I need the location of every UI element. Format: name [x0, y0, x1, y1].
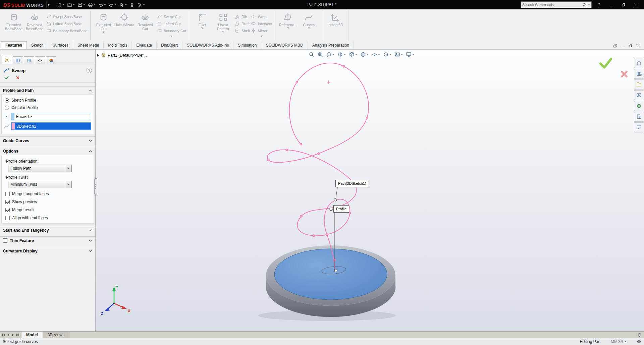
- reference-geometry-button[interactable]: Referenc...: [278, 11, 299, 29]
- tab-analysis-preparation[interactable]: Analysis Preparation: [308, 41, 354, 49]
- tab-sketch[interactable]: Sketch: [27, 41, 48, 49]
- menu-expand-arrow[interactable]: [46, 1, 51, 8]
- reference-geometry-caret-icon[interactable]: [287, 27, 289, 29]
- doc-close-icon[interactable]: [636, 44, 641, 48]
- thin-feature-checkbox[interactable]: [3, 238, 7, 243]
- confirmation-cancel-button[interactable]: [620, 70, 629, 78]
- doc-minimize-icon[interactable]: [621, 44, 625, 48]
- publish-eDrawings-icon[interactable]: [635, 332, 644, 338]
- rebuild-button[interactable]: [128, 2, 136, 8]
- appearances-scenes-button[interactable]: [634, 101, 644, 111]
- options-button[interactable]: [136, 2, 146, 8]
- feature-tree-flyout[interactable]: Part1 (Default<<Def...: [97, 53, 147, 58]
- first-tab-button[interactable]: [1, 332, 6, 338]
- minimize-button[interactable]: [606, 1, 615, 8]
- dropdown-button[interactable]: [66, 181, 71, 188]
- ok-button[interactable]: [4, 75, 9, 80]
- edit-appearance-button[interactable]: [382, 51, 392, 58]
- lofted-cut-button[interactable]: Lofted Cut: [157, 21, 186, 26]
- tab-dimxpert-manager[interactable]: [46, 56, 56, 64]
- revolved-cut-button[interactable]: Revolved Cut: [135, 11, 156, 31]
- design-library-button[interactable]: [634, 69, 644, 79]
- forum-button[interactable]: [634, 122, 644, 132]
- save-button[interactable]: [76, 2, 86, 8]
- extruded-boss-base-button[interactable]: Extruded Boss/Base: [3, 11, 24, 31]
- unit-system-selector[interactable]: MMGS: [611, 339, 627, 344]
- hole-wizard-button[interactable]: Hole Wizard: [114, 11, 135, 27]
- graphics-scene[interactable]: Y X Z: [96, 50, 644, 331]
- confirmation-ok-button[interactable]: [599, 57, 613, 69]
- pattern-column-caret-icon[interactable]: [261, 36, 263, 37]
- tab-configuration-manager[interactable]: [35, 56, 45, 64]
- dropdown-button[interactable]: [66, 165, 71, 172]
- mirror-button[interactable]: Mirror: [251, 28, 272, 33]
- tab-feature-manager[interactable]: [13, 56, 23, 64]
- panel-splitter[interactable]: [94, 178, 97, 194]
- float-window-icon[interactable]: [613, 44, 618, 48]
- section-curvature-display[interactable]: Curvature Display: [0, 247, 95, 255]
- next-tab-button[interactable]: [11, 332, 15, 338]
- open-button[interactable]: [66, 2, 76, 8]
- tab-property-manager[interactable]: [2, 56, 12, 64]
- search-icon[interactable]: [582, 3, 587, 7]
- radio-sketch-profile[interactable]: Sketch Profile: [5, 98, 91, 103]
- shell-button[interactable]: Shell: [235, 28, 250, 33]
- help-button[interactable]: ?: [596, 2, 602, 7]
- fillet-caret-icon[interactable]: [201, 27, 203, 29]
- zoom-to-fit-button[interactable]: [308, 51, 315, 58]
- select-button[interactable]: [118, 2, 128, 8]
- redo-button[interactable]: [108, 2, 117, 8]
- undo-button[interactable]: [97, 2, 107, 8]
- tab-surfaces[interactable]: Surfaces: [48, 41, 73, 49]
- checkbox-show-preview[interactable]: Show preview: [5, 199, 91, 204]
- cut-column-caret-icon[interactable]: [170, 36, 172, 37]
- instant3d-button[interactable]: Instant3D: [325, 11, 346, 27]
- swept-cut-button[interactable]: Swept Cut: [157, 14, 186, 19]
- close-button[interactable]: [632, 1, 641, 8]
- display-style-button[interactable]: [359, 51, 370, 58]
- profile-twist-dropdown[interactable]: Minimum Twist: [8, 181, 72, 188]
- fillet-button[interactable]: Fillet: [192, 11, 213, 29]
- tab-3d-views[interactable]: 3D Views: [43, 332, 69, 338]
- part-tree-label[interactable]: Part1 (Default<<Def...: [108, 53, 147, 58]
- view-orientation-button[interactable]: [348, 51, 358, 58]
- doc-restore-icon[interactable]: [629, 44, 633, 48]
- previous-tab-button[interactable]: [6, 332, 10, 338]
- custom-properties-button[interactable]: [634, 112, 644, 122]
- profile-selection-box[interactable]: Face<1>: [11, 113, 91, 120]
- flyout-expand-icon[interactable]: [97, 54, 99, 57]
- revolved-boss-base-button[interactable]: Revolved Boss/Base: [24, 11, 45, 31]
- extruded-cut-caret-icon[interactable]: [103, 32, 105, 33]
- help-icon[interactable]: ?: [87, 68, 92, 73]
- section-options[interactable]: Options: [0, 147, 95, 155]
- swept-boss-base-button[interactable]: Swept Boss/Base: [46, 14, 88, 19]
- tab-mold-tools[interactable]: Mold Tools: [104, 41, 132, 49]
- previous-view-button[interactable]: [325, 51, 335, 58]
- profile-orientation-dropdown[interactable]: Follow Path: [8, 165, 72, 172]
- tab-features[interactable]: Features: [1, 41, 27, 49]
- search-input[interactable]: [522, 3, 581, 7]
- checkbox-merge-result[interactable]: Merge result: [5, 208, 91, 212]
- section-thin-feature[interactable]: Thin Feature: [0, 236, 95, 244]
- section-start-end-tangency[interactable]: Start and End Tangency: [0, 226, 95, 234]
- search-dropdown-caret-icon[interactable]: [588, 4, 590, 5]
- zoom-to-area-button[interactable]: [316, 51, 324, 58]
- intersect-button[interactable]: Intersect: [251, 21, 272, 26]
- draft-button[interactable]: Draft: [235, 21, 250, 26]
- tab-sheet-metal[interactable]: Sheet Metal: [73, 41, 104, 49]
- tab-evaluate[interactable]: Evaluate: [132, 41, 157, 49]
- tab-display-manager[interactable]: [24, 56, 34, 64]
- tab-simulation[interactable]: Simulation: [233, 41, 261, 49]
- path-callout[interactable]: Path(3DSketch1): [335, 180, 369, 187]
- boundary-cut-button[interactable]: Boundary Cut: [157, 28, 186, 33]
- extruded-cut-button[interactable]: Extruded Cut: [93, 11, 114, 33]
- profile-callout[interactable]: Profile: [333, 205, 349, 213]
- graphics-viewport[interactable]: Y X Z Part1 (Default<<Def...: [96, 50, 644, 331]
- radio-circular-profile[interactable]: Circular Profile: [5, 105, 91, 110]
- last-tab-button[interactable]: [15, 332, 20, 338]
- resources-home-button[interactable]: [634, 58, 644, 68]
- view-settings-button[interactable]: [405, 51, 415, 58]
- tab-solidworks-mbd[interactable]: SOLIDWORKS MBD: [261, 41, 308, 49]
- file-explorer-button[interactable]: [634, 79, 644, 90]
- view-palette-button[interactable]: [634, 90, 644, 100]
